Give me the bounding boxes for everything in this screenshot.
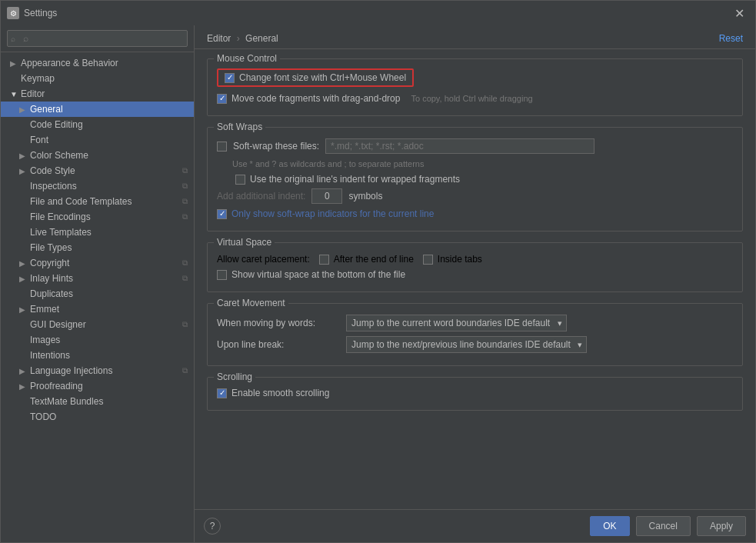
caret-movement-group: Caret Movement When moving by words: Jum… <box>207 303 743 366</box>
sidebar-item-label: Copyright <box>30 258 69 268</box>
copy-icon: ⧉ <box>182 258 188 268</box>
soft-wrap-files-input[interactable] <box>325 138 594 154</box>
sidebar-item-language-injections[interactable]: ▶ Language Injections ⧉ <box>1 363 194 378</box>
sidebar-item-proofreading[interactable]: ▶ Proofreading <box>1 378 194 394</box>
move-code-hint: To copy, hold Ctrl while dragging <box>411 94 532 103</box>
sidebar-item-todo[interactable]: TODO <box>1 409 194 425</box>
reset-link[interactable]: Reset <box>719 33 743 44</box>
change-font-checkbox[interactable] <box>225 73 235 83</box>
sidebar-item-label: Proofreading <box>30 381 83 391</box>
enable-smooth-checkbox[interactable] <box>217 388 227 398</box>
additional-indent-label: Add additional indent: <box>217 191 305 202</box>
after-end-checkbox[interactable] <box>319 255 329 265</box>
upon-line-label: Upon line break: <box>217 339 340 350</box>
sidebar-item-inspections[interactable]: Inspections ⧉ <box>1 178 194 194</box>
mouse-control-title: Mouse Control <box>214 53 280 64</box>
sidebar-item-label: Duplicates <box>30 288 73 299</box>
sidebar-item-textmate-bundles[interactable]: TextMate Bundles <box>1 394 194 409</box>
sidebar-item-label: Images <box>30 335 60 345</box>
sidebar-item-label: TextMate Bundles <box>30 396 103 407</box>
close-button[interactable]: ✕ <box>730 5 749 22</box>
sidebar-item-file-code-templates[interactable]: File and Code Templates ⧉ <box>1 194 194 209</box>
additional-indent-input[interactable] <box>311 188 342 204</box>
only-show-checkbox[interactable] <box>217 209 227 219</box>
sidebar-item-label: File Encodings <box>30 212 91 222</box>
sidebar: ⌕ ▶ Appearance & Behavior Keymap ▼ <box>1 25 195 542</box>
sidebar-item-label: Inlay Hints <box>30 273 73 284</box>
scrolling-title: Scrolling <box>214 371 255 382</box>
virtual-space-group: Virtual Space Allow caret placement: Aft… <box>207 242 743 292</box>
copy-icon: ⧉ <box>182 182 188 191</box>
footer: ? OK Cancel Apply <box>195 509 755 542</box>
sidebar-item-code-style[interactable]: ▶ Code Style ⧉ <box>1 163 194 178</box>
change-font-row-highlighted: Change font size with Ctrl+Mouse Wheel <box>217 68 414 87</box>
sidebar-item-font[interactable]: Font <box>1 132 194 148</box>
sidebar-item-inlay-hints[interactable]: ▶ Inlay Hints ⧉ <box>1 271 194 286</box>
sidebar-item-images[interactable]: Images <box>1 332 194 348</box>
help-button[interactable]: ? <box>204 518 221 535</box>
sidebar-item-file-encodings[interactable]: File Encodings ⧉ <box>1 209 194 225</box>
sidebar-item-label: Live Templates <box>30 227 92 238</box>
arrow-icon: ▶ <box>19 275 28 283</box>
copy-icon: ⧉ <box>182 274 188 283</box>
arrow-icon: ▶ <box>19 305 28 314</box>
sidebar-item-gui-designer[interactable]: GUI Designer ⧉ <box>1 317 194 332</box>
sidebar-item-label: Font <box>30 135 48 145</box>
sidebar-item-general[interactable]: ▶ General <box>1 102 194 117</box>
upon-line-row: Upon line break: Jump to the next/previo… <box>217 336 733 353</box>
breadcrumb-current: General <box>245 33 278 44</box>
change-font-label: Change font size with Ctrl+Mouse Wheel <box>239 72 406 83</box>
inside-tabs-group: Inside tabs <box>423 254 482 265</box>
settings-content: Mouse Control Change font size with Ctrl… <box>195 49 755 509</box>
sidebar-item-label: File and Code Templates <box>30 196 132 207</box>
scrolling-section: Scrolling Enable smooth scrolling <box>207 377 743 411</box>
inside-tabs-checkbox[interactable] <box>423 255 433 265</box>
sidebar-item-keymap[interactable]: Keymap <box>1 71 194 86</box>
arrow-icon: ▶ <box>19 382 28 391</box>
copy-icon: ⧉ <box>182 320 188 329</box>
soft-wrap-files-checkbox[interactable] <box>217 142 227 152</box>
sidebar-item-label: General <box>30 104 63 115</box>
sidebar-item-copyright[interactable]: ▶ Copyright ⧉ <box>1 255 194 271</box>
mouse-control-section: Mouse Control Change font size with Ctrl… <box>207 58 743 116</box>
sidebar-item-code-editing[interactable]: Code Editing <box>1 117 194 132</box>
soft-wraps-section: Soft Wraps Soft-wrap these files: Use * … <box>207 127 743 232</box>
cancel-button[interactable]: Cancel <box>636 516 691 536</box>
search-input[interactable] <box>7 30 188 47</box>
sidebar-item-intentions[interactable]: Intentions <box>1 348 194 363</box>
ok-button[interactable]: OK <box>590 516 629 536</box>
panel-header: Editor › General Reset <box>195 25 755 49</box>
search-wrapper: ⌕ <box>7 30 188 47</box>
additional-indent-row: Add additional indent: symbols <box>217 188 733 204</box>
caret-movement-title: Caret Movement <box>214 298 288 308</box>
sidebar-item-file-types[interactable]: File Types <box>1 240 194 255</box>
upon-line-select-wrapper: Jump to the next/previous line boundarie… <box>346 336 587 353</box>
apply-button[interactable]: Apply <box>697 516 746 536</box>
inside-tabs-label: Inside tabs <box>438 254 482 265</box>
arrow-icon: ▶ <box>19 259 28 268</box>
settings-panel: Editor › General Reset Mouse Control Cha… <box>195 25 755 542</box>
sidebar-item-label: Emmet <box>30 304 59 315</box>
sidebar-item-appearance[interactable]: ▶ Appearance & Behavior <box>1 55 194 71</box>
show-virtual-checkbox[interactable] <box>217 270 227 280</box>
sidebar-item-label: Appearance & Behavior <box>21 58 118 68</box>
move-code-checkbox[interactable] <box>217 94 227 104</box>
copy-icon: ⧉ <box>182 166 188 175</box>
sidebar-item-label: Inspections <box>30 181 77 192</box>
upon-line-select[interactable]: Jump to the next/previous line boundarie… <box>346 336 587 353</box>
soft-wraps-title: Soft Wraps <box>214 122 265 132</box>
use-original-checkbox[interactable] <box>235 175 245 185</box>
breadcrumb: Editor › General <box>207 33 278 44</box>
sidebar-item-emmet[interactable]: ▶ Emmet <box>1 301 194 317</box>
allow-caret-label: Allow caret placement: <box>217 254 310 265</box>
when-moving-select[interactable]: Jump to the current word boundaries IDE … <box>346 315 567 331</box>
when-moving-label: When moving by words: <box>217 318 340 328</box>
sidebar-item-label: TODO <box>30 411 56 422</box>
sidebar-item-color-scheme[interactable]: ▶ Color Scheme <box>1 148 194 163</box>
sidebar-item-label: Language Injections <box>30 365 112 376</box>
sidebar-item-duplicates[interactable]: Duplicates <box>1 286 194 301</box>
sidebar-item-live-templates[interactable]: Live Templates <box>1 225 194 240</box>
search-icon: ⌕ <box>11 35 15 43</box>
enable-smooth-label: Enable smooth scrolling <box>231 388 329 398</box>
sidebar-item-editor[interactable]: ▼ Editor <box>1 86 194 102</box>
